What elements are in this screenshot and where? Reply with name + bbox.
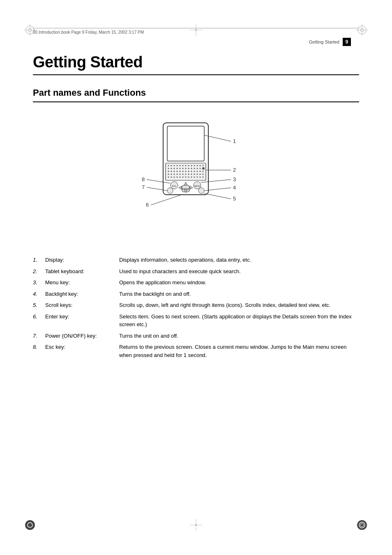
part-name: Enter key: <box>45 311 119 330</box>
svg-text:8: 8 <box>142 176 145 182</box>
svg-point-45 <box>185 168 187 169</box>
part-description: Turns the unit on and off. <box>119 330 359 342</box>
part-description: Turns the backlight on and off. <box>119 288 359 300</box>
svg-text:3: 3 <box>233 176 236 182</box>
svg-point-82 <box>180 177 181 178</box>
svg-point-77 <box>203 174 204 175</box>
svg-point-52 <box>168 171 169 172</box>
svg-point-90 <box>203 177 204 178</box>
svg-point-28 <box>174 165 175 166</box>
svg-point-68 <box>177 174 178 175</box>
svg-point-69 <box>180 174 181 175</box>
svg-point-49 <box>197 168 198 169</box>
svg-point-33 <box>188 165 189 166</box>
svg-point-58 <box>185 171 187 172</box>
svg-point-10 <box>357 520 367 530</box>
svg-point-76 <box>200 174 201 175</box>
part-name: Scroll keys: <box>45 299 119 311</box>
parts-list-table: 1.Display:Displays information, selects … <box>33 254 359 361</box>
svg-point-74 <box>194 174 195 175</box>
svg-point-43 <box>180 168 181 169</box>
svg-text:2: 2 <box>233 167 236 173</box>
device-diagram: ESC ENTER MENU <box>110 119 282 243</box>
svg-line-113 <box>151 195 182 205</box>
part-number: 3. <box>33 277 45 288</box>
svg-rect-24 <box>167 126 204 161</box>
svg-point-72 <box>188 174 189 175</box>
parts-list-row: 3.Menu key:Opens the application menu wi… <box>33 277 359 288</box>
svg-point-42 <box>177 168 178 169</box>
svg-point-51 <box>202 167 205 170</box>
svg-point-85 <box>188 177 189 178</box>
svg-point-73 <box>191 174 192 175</box>
section-label: Getting Started <box>309 39 339 44</box>
svg-point-35 <box>194 165 195 166</box>
svg-text:6: 6 <box>146 202 149 208</box>
svg-point-83 <box>182 177 184 178</box>
svg-point-102 <box>198 188 204 193</box>
svg-marker-99 <box>179 186 182 189</box>
svg-point-53 <box>171 171 172 172</box>
svg-point-67 <box>174 174 175 175</box>
svg-marker-93 <box>184 182 187 185</box>
page-number: 9 <box>343 38 351 46</box>
part-number: 8. <box>33 341 45 361</box>
svg-point-62 <box>197 171 198 172</box>
svg-point-26 <box>168 165 169 166</box>
parts-list-row: 1.Display:Displays information, selects … <box>33 254 359 266</box>
svg-point-47 <box>191 168 192 169</box>
part-number: 4. <box>33 288 45 300</box>
svg-point-87 <box>194 177 195 178</box>
parts-list-row: 4.Backlight key:Turns the backlight on a… <box>33 288 359 300</box>
part-number: 6. <box>33 311 45 330</box>
part-name: Power (ON/OFF) key: <box>45 330 119 342</box>
svg-point-70 <box>182 174 184 175</box>
section-heading: Part names and Functions <box>33 88 359 98</box>
part-name: Esc key: <box>45 341 119 361</box>
svg-text:1: 1 <box>233 138 236 144</box>
part-number: 2. <box>33 266 45 277</box>
part-number: 1. <box>33 254 45 266</box>
svg-text:MENU: MENU <box>194 185 201 187</box>
svg-point-55 <box>177 171 178 172</box>
svg-point-61 <box>194 171 195 172</box>
svg-point-57 <box>182 171 184 172</box>
svg-point-63 <box>200 171 201 172</box>
svg-point-8 <box>25 520 35 530</box>
svg-point-44 <box>182 168 184 169</box>
svg-point-84 <box>185 177 187 178</box>
svg-marker-100 <box>190 186 193 189</box>
file-info-bar: 00.Introduction.book Page 9 Friday, Marc… <box>33 28 359 35</box>
page-header: Getting Started 9 <box>309 38 351 46</box>
parts-list-row: 7.Power (ON/OFF) key:Turns the unit on a… <box>33 330 359 342</box>
svg-line-111 <box>204 193 231 199</box>
svg-point-29 <box>177 165 178 166</box>
svg-point-59 <box>188 171 189 172</box>
svg-point-39 <box>168 168 169 169</box>
svg-point-31 <box>182 165 184 166</box>
svg-point-86 <box>191 177 192 178</box>
svg-point-60 <box>191 171 192 172</box>
svg-point-38 <box>203 165 204 166</box>
part-description: Opens the application menu window. <box>119 277 359 288</box>
svg-point-88 <box>197 177 198 178</box>
svg-point-37 <box>200 165 201 166</box>
svg-text:5: 5 <box>233 196 236 202</box>
parts-list-row: 5.Scroll keys:Scrolls up, down, left and… <box>33 299 359 311</box>
part-description: Scrolls up, down, left and right through… <box>119 299 359 311</box>
part-description: Displays information, selects operations… <box>119 254 359 266</box>
svg-point-79 <box>171 177 172 178</box>
svg-point-66 <box>171 174 172 175</box>
svg-point-46 <box>188 168 189 169</box>
svg-point-78 <box>168 177 169 178</box>
title-divider <box>33 74 359 75</box>
parts-list-row: 2.Tablet keyboard:Used to input characte… <box>33 266 359 277</box>
svg-point-89 <box>200 177 201 178</box>
part-number: 7. <box>33 330 45 342</box>
svg-point-27 <box>171 165 172 166</box>
svg-point-41 <box>174 168 175 169</box>
svg-text:7: 7 <box>142 184 145 190</box>
svg-point-34 <box>191 165 192 166</box>
part-name: Display: <box>45 254 119 266</box>
reg-mark-bottom-mid <box>190 519 202 531</box>
